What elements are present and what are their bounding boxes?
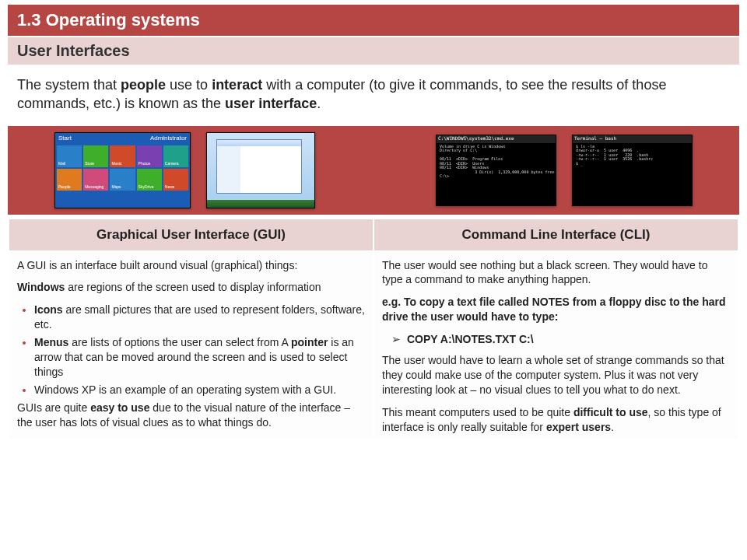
body-text: are lists of options the user can select… [68,336,291,348]
tile: SkyDrive [137,169,162,191]
list-item: Windows XP is an example of an operating… [34,383,365,397]
intro-text: use to [166,77,212,93]
cli-titlebar: C:\WINDOWS\system32\cmd.exe [437,135,556,143]
body-text: are regions of the screen used to displa… [65,281,321,293]
comparison-table-wrap: Graphical User Interface (GUI) Command L… [8,218,739,441]
tile: Camera [163,145,188,167]
cli-output: $ ls -la drwxr-xr-x 5 user 4096 . -rw-r-… [576,145,689,166]
section-subtitle-text: User Interfaces [17,42,130,59]
intro-text: The system that [17,77,121,93]
cli-output: Volume in drive C is Windows Directory o… [440,145,552,179]
gui-bullet-list: Icons are small pictures that are used t… [17,303,365,397]
screenshot-terminal: Terminal — bash $ ls -la drwxr-xr-x 5 us… [572,135,693,206]
list-item: Icons are small pictures that are used t… [34,303,365,332]
gui-windows-def: Windows are regions of the screen used t… [17,280,365,295]
section-subtitle: User Interfaces [8,36,739,65]
term-bold: Windows [17,281,65,293]
start-label: Start [58,135,72,142]
body-text: Windows XP is an example of an operating… [34,383,336,396]
gui-column-header: Graphical User Interface (GUI) [9,219,374,251]
tile: Maps [110,169,135,191]
screenshot-windows8-start: Start Administrator Mail Store Music Pho… [54,132,191,208]
term-bold: Icons [34,303,63,316]
term-bold: difficult to use [573,406,648,418]
tile: Mail [57,145,82,167]
intro-bold: people [121,77,166,93]
body-text: . [611,421,614,433]
intro-bold: interact [212,77,262,93]
gui-summary: GUIs are quite easy to use due to the vi… [17,401,365,430]
tile: Messaging [83,169,108,191]
term-bold: e.g. To copy a text file called NOTES fr… [382,296,726,323]
cli-drawback: The user would have to learn a whole set… [382,353,730,397]
command-text: COPY A:\NOTES.TXT C:\ [407,333,534,345]
cli-cell: The user would see nothing but a black s… [374,251,738,440]
cli-intro: The user would see nothing but a black s… [382,258,730,288]
cli-titlebar: Terminal — bash [573,135,692,143]
term-bold: Menus [34,336,68,348]
user-label: Administrator [150,135,187,142]
intro-paragraph: The system that people use to interact w… [8,65,739,121]
term-bold: expert users [546,421,611,433]
intro-bold: user interface [225,96,317,111]
section-title-text: 1.3 Operating systems [17,10,200,30]
screenshot-command-prompt: C:\WINDOWS\system32\cmd.exe Volume in dr… [436,135,556,206]
tile: Music [110,145,135,167]
body-text: This meant computers used to be quite [382,406,573,418]
cli-summary: This meant computers used to be quite di… [382,405,730,435]
tile-grid: Mail Store Music Photos Camera People Me… [55,144,190,208]
tile: Photos [137,145,162,167]
taskbar [207,200,314,208]
term-bold: pointer [291,336,328,348]
tile: News [163,169,188,191]
tile: People [57,169,82,191]
term-bold: easy to use [90,401,149,414]
section-title: 1.3 Operating systems [8,5,739,36]
cli-column-header: Command Line Interface (CLI) [374,219,738,251]
gui-intro: A GUI is an interface built around visua… [17,258,365,273]
gui-cell: A GUI is an interface built around visua… [9,251,374,440]
slide-container: 1.3 Operating systems User Interfaces Th… [0,0,747,441]
cli-command-example: COPY A:\NOTES.TXT C:\ [382,332,730,347]
body-text: GUIs are quite [17,401,90,414]
explorer-window [216,139,302,194]
screenshot-windows-vista-desktop [206,132,315,208]
list-item: Menus are lists of options the user can … [34,335,365,380]
image-band: Start Administrator Mail Store Music Pho… [8,126,739,215]
cli-example-label: e.g. To copy a text file called NOTES fr… [382,295,730,324]
comparison-table: Graphical User Interface (GUI) Command L… [8,218,739,441]
intro-text: . [317,96,321,111]
body-text: are small pictures that are used to repr… [34,303,365,331]
tile: Store [83,145,108,167]
